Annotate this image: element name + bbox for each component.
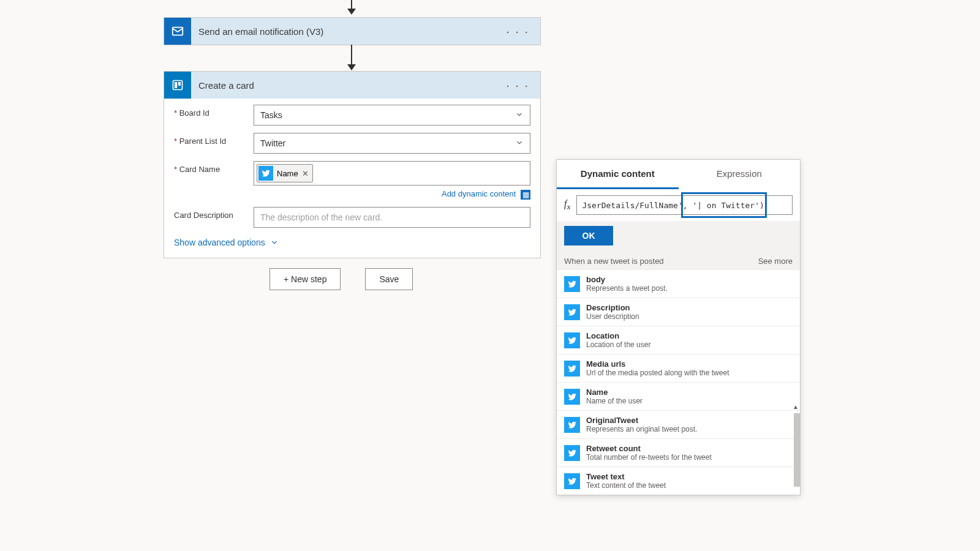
action-menu-button[interactable]: · · · bbox=[502, 24, 533, 39]
dc-item-title: OriginalTweet bbox=[586, 416, 697, 425]
dc-item-title: body bbox=[586, 275, 668, 284]
action-title: Create a card bbox=[198, 80, 502, 91]
dc-item-title: Location bbox=[586, 331, 650, 340]
dc-item-desc: Location of the user bbox=[586, 340, 650, 349]
chevron-down-icon bbox=[515, 110, 524, 121]
dc-item-desc: User description bbox=[586, 312, 639, 321]
flow-arrow-icon bbox=[351, 0, 352, 13]
dc-item-desc: Represents an original tweet post. bbox=[586, 425, 697, 433]
show-advanced-label: Show advanced options bbox=[174, 238, 265, 247]
flow-arrow-icon bbox=[351, 45, 352, 69]
mail-icon bbox=[164, 18, 191, 45]
token-name[interactable]: Name ✕ bbox=[257, 164, 313, 182]
action-title: Send an email notification (V3) bbox=[198, 26, 502, 37]
twitter-icon bbox=[564, 304, 580, 320]
token-remove-icon[interactable]: ✕ bbox=[302, 169, 309, 178]
dc-item-title: Name bbox=[586, 388, 643, 397]
dc-item-title: Tweet text bbox=[586, 472, 666, 481]
scrollbar-thumb[interactable] bbox=[794, 413, 800, 487]
dc-item[interactable]: Tweet textText content of the tweet bbox=[557, 467, 800, 495]
dc-item-desc: Name of the user bbox=[586, 397, 643, 405]
dc-item[interactable]: NameName of the user bbox=[557, 382, 800, 410]
dc-item-title: Retweet count bbox=[586, 444, 712, 453]
ok-button[interactable]: OK bbox=[564, 226, 613, 246]
dc-item-title: Media urls bbox=[586, 359, 729, 369]
dc-item-title: Description bbox=[586, 303, 639, 312]
dc-item[interactable]: Media urlsUrl of the media posted along … bbox=[557, 354, 800, 382]
dc-item[interactable]: Retweet countTotal number of re-tweets f… bbox=[557, 438, 800, 467]
twitter-icon bbox=[564, 445, 580, 461]
action-menu-button[interactable]: · · · bbox=[502, 78, 533, 92]
dc-group-title: When a new tweet is posted bbox=[564, 257, 664, 266]
dc-item-desc: Represents a tweet post. bbox=[586, 284, 668, 293]
twitter-icon bbox=[564, 332, 580, 348]
dc-item[interactable]: LocationLocation of the user bbox=[557, 326, 800, 354]
dc-item[interactable]: OriginalTweetRepresents an original twee… bbox=[557, 410, 800, 438]
show-advanced-toggle[interactable]: Show advanced options bbox=[174, 238, 279, 247]
expression-input[interactable]: JserDetails/FullName', '| on Twitter') bbox=[576, 195, 793, 215]
expression-text: JserDetails/FullName', '| on Twitter') bbox=[582, 201, 764, 210]
see-more-link[interactable]: See more bbox=[758, 257, 793, 266]
board-id-select[interactable]: Tasks bbox=[254, 105, 530, 126]
twitter-icon bbox=[258, 166, 273, 181]
twitter-icon bbox=[564, 361, 580, 377]
svg-rect-3 bbox=[175, 82, 177, 88]
card-name-label: Card Name bbox=[174, 161, 254, 174]
svg-rect-4 bbox=[178, 82, 181, 86]
dynamic-content-list[interactable]: bodyRepresents a tweet post.DescriptionU… bbox=[557, 269, 800, 495]
board-id-label: Board Id bbox=[174, 105, 254, 118]
card-desc-input[interactable]: The description of the new card. bbox=[254, 207, 530, 228]
action-send-email: Send an email notification (V3) · · · bbox=[164, 17, 541, 45]
fx-icon: fx bbox=[564, 198, 570, 212]
parent-list-select[interactable]: Twitter bbox=[254, 133, 530, 154]
new-step-button[interactable]: + New step bbox=[270, 268, 341, 290]
parent-list-value: Twitter bbox=[260, 138, 285, 148]
scroll-up-icon[interactable]: ▲ bbox=[793, 403, 799, 410]
twitter-icon bbox=[564, 276, 580, 292]
parent-list-label: Parent List Id bbox=[174, 133, 254, 146]
tab-expression[interactable]: Expression bbox=[679, 160, 801, 189]
card-desc-label: Card Description bbox=[174, 207, 254, 220]
trello-icon bbox=[164, 72, 191, 99]
twitter-icon bbox=[564, 417, 580, 433]
dc-item-desc: Total number of re-tweets for the tweet bbox=[586, 453, 712, 462]
chevron-down-icon bbox=[270, 238, 279, 247]
card-name-input[interactable]: Name ✕ bbox=[254, 161, 530, 186]
add-dynamic-content-icon[interactable]: ▦ bbox=[521, 190, 530, 200]
dynamic-content-popout: Dynamic content Expression fx JserDetail… bbox=[556, 159, 801, 495]
add-dynamic-content-link[interactable]: Add dynamic content bbox=[442, 189, 516, 198]
action-create-card: Create a card · · · Board Id Tasks Paren… bbox=[164, 71, 541, 258]
twitter-icon bbox=[564, 389, 580, 405]
dc-item[interactable]: bodyRepresents a tweet post. bbox=[557, 269, 800, 298]
token-label: Name bbox=[277, 169, 298, 178]
board-id-value: Tasks bbox=[260, 110, 282, 120]
dc-item[interactable]: DescriptionUser description bbox=[557, 298, 800, 326]
chevron-down-icon bbox=[515, 138, 524, 149]
dc-item-desc: Url of the media posted along with the t… bbox=[586, 369, 729, 377]
dc-item-desc: Text content of the tweet bbox=[586, 481, 666, 490]
twitter-icon bbox=[564, 473, 580, 489]
tab-dynamic-content[interactable]: Dynamic content bbox=[557, 160, 679, 189]
save-button[interactable]: Save bbox=[365, 268, 413, 290]
